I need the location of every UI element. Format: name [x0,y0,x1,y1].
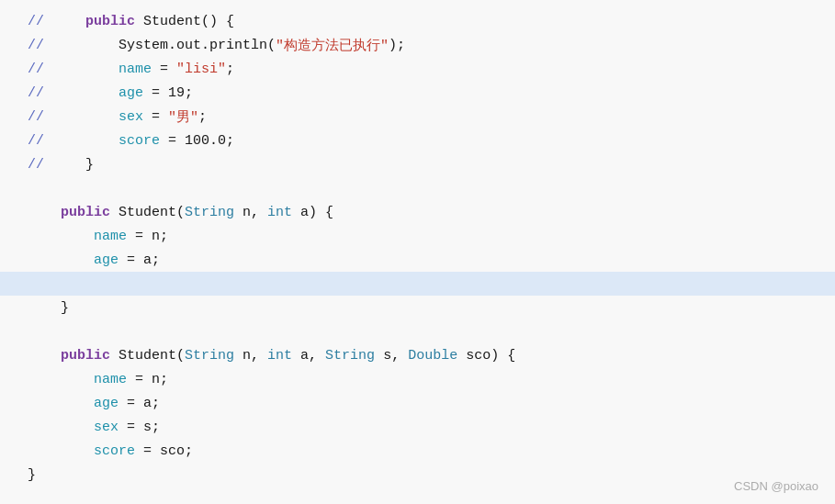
token-field: score [94,443,135,459]
token-normal: a) { [292,205,333,220]
token-kw: public [61,348,110,364]
token-type: String [185,205,234,220]
token-normal [28,443,94,459]
token-type: int [267,348,292,364]
code-lines: // public Student() {// System.out.print… [0,9,835,487]
token-normal: sco) { [457,348,515,364]
token-normal: = sco; [135,443,193,459]
code-line: // sex = "男"; [0,105,835,129]
token-normal [28,205,61,220]
code-line: public Student(String n, int a, String s… [0,343,835,367]
token-normal: = s; [118,420,160,435]
token-normal: n, [234,348,267,364]
token-field: age [118,85,143,101]
code-line: sex = s; [0,415,835,439]
token-normal: = a; [118,396,160,411]
token-comment: // [28,62,52,77]
code-line [0,272,835,296]
code-line: age = a; [0,391,835,415]
code-line: // age = 19; [0,81,835,105]
watermark: CSDN @poixao [734,479,818,493]
code-line: // name = "lisi"; [0,57,835,81]
token-normal: s, [375,348,408,364]
token-normal: Student( [110,348,185,364]
token-normal: = 19; [143,85,193,101]
token-type: int [267,205,292,220]
code-line: // System.out.println("构造方法已执行"); [0,33,835,57]
token-normal: a, [292,348,325,364]
token-normal: = 100.0; [160,133,234,149]
token-field: name [94,229,127,244]
token-normal [52,38,118,53]
token-field: sex [94,420,118,435]
token-normal [28,396,94,411]
token-normal: Student( [110,205,185,220]
code-editor: // public Student() {// System.out.print… [0,0,835,504]
token-kw: public [85,14,135,29]
token-field: score [118,133,160,149]
token-type: String [185,348,234,364]
token-normal [28,420,94,435]
code-line: public Student(String n, int a) { [0,200,835,224]
code-line [0,319,835,343]
token-comment: // [28,14,52,29]
token-normal: System.out.println( [118,38,276,53]
token-normal [28,348,61,364]
code-line: } [0,296,835,319]
token-normal: ; [198,109,207,125]
code-line: name = n; [0,224,835,248]
token-type: Double [408,348,457,364]
token-normal: = [152,62,176,77]
token-field: sex [118,109,143,125]
token-normal [28,372,94,387]
token-field: age [94,396,118,411]
token-normal [52,133,118,149]
token-normal [52,85,118,101]
token-field: name [94,372,127,387]
token-string: "男" [168,108,198,126]
token-normal [52,109,118,125]
token-field: name [118,62,152,77]
token-normal: = a; [118,252,160,268]
code-line: // } [0,152,835,176]
code-line [0,176,835,200]
token-normal [52,14,85,29]
token-normal: = [143,109,168,125]
token-kw: public [61,205,110,220]
token-normal [52,62,118,77]
code-line: } [0,463,835,487]
token-comment: // [28,133,52,149]
token-normal: = n; [127,229,168,244]
token-normal: ); [389,38,405,53]
token-string: "构造方法已执行" [276,37,389,54]
token-normal: } [85,157,94,173]
code-line: age = a; [0,248,835,272]
token-normal [52,157,85,173]
token-normal [28,300,61,316]
token-normal [28,229,94,244]
code-line: score = sco; [0,439,835,463]
token-normal: } [61,300,69,316]
code-line: name = n; [0,367,835,391]
token-type: String [325,348,375,364]
token-normal: = n; [127,372,168,387]
token-normal: ; [226,62,234,77]
token-comment: // [28,85,52,101]
token-normal: n, [234,205,267,220]
token-field: age [94,252,118,268]
token-comment: // [28,157,52,173]
code-line: // public Student() { [0,9,835,33]
token-string: "lisi" [176,62,226,77]
token-normal [28,252,94,268]
token-comment: // [28,109,52,125]
token-normal: Student() { [135,14,234,29]
code-line: // score = 100.0; [0,129,835,152]
token-comment: // [28,38,52,53]
token-normal: } [28,467,36,483]
